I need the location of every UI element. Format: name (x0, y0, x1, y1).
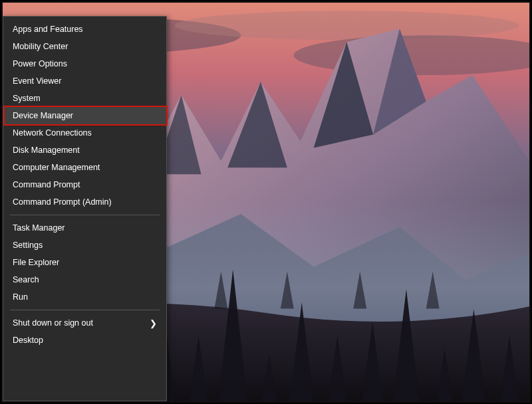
menu-item-label: Mobility Center (13, 42, 157, 51)
menu-item-apps-and-features[interactable]: Apps and Features (3, 21, 166, 38)
menu-item-command-prompt-admin[interactable]: Command Prompt (Admin) (3, 193, 166, 211)
chevron-right-icon: ❯ (150, 318, 157, 328)
menu-group: Task ManagerSettingsFile ExplorerSearchR… (3, 215, 166, 310)
winx-context-menu: Apps and FeaturesMobility CenterPower Op… (3, 16, 167, 401)
menu-group: Shut down or sign out❯Desktop (3, 310, 166, 353)
menu-item-power-options[interactable]: Power Options (3, 55, 166, 72)
menu-item-file-explorer[interactable]: File Explorer (3, 254, 166, 271)
menu-item-label: Run (13, 292, 157, 302)
menu-item-desktop[interactable]: Desktop (3, 332, 166, 349)
menu-item-system[interactable]: System (3, 90, 166, 107)
menu-item-label: Command Prompt (13, 180, 157, 189)
menu-item-event-viewer[interactable]: Event Viewer (3, 72, 166, 90)
svg-point-2 (175, 11, 519, 40)
menu-item-label: Apps and Features (13, 25, 157, 34)
menu-item-mobility-center[interactable]: Mobility Center (3, 38, 166, 55)
menu-item-computer-management[interactable]: Computer Management (3, 159, 166, 176)
menu-item-command-prompt[interactable]: Command Prompt (3, 176, 166, 193)
menu-item-label: Command Prompt (Admin) (13, 197, 157, 207)
menu-item-label: Power Options (13, 59, 157, 68)
menu-item-shut-down-or-sign-out[interactable]: Shut down or sign out❯ (3, 314, 166, 332)
menu-item-disk-management[interactable]: Disk Management (3, 142, 166, 159)
menu-item-label: Event Viewer (13, 76, 157, 86)
menu-item-label: Shut down or sign out (13, 318, 150, 328)
menu-item-label: Search (13, 275, 157, 284)
menu-item-label: Computer Management (13, 163, 157, 172)
menu-item-label: System (13, 94, 157, 103)
menu-group: Apps and FeaturesMobility CenterPower Op… (3, 17, 166, 215)
menu-item-label: Device Manager (13, 111, 157, 120)
menu-item-label: Settings (13, 241, 157, 250)
menu-item-network-connections[interactable]: Network Connections (3, 124, 166, 142)
menu-item-label: Disk Management (13, 146, 157, 155)
menu-item-task-manager[interactable]: Task Manager (3, 219, 166, 237)
menu-item-search[interactable]: Search (3, 271, 166, 288)
menu-item-device-manager[interactable]: Device Manager (3, 107, 166, 124)
menu-item-label: File Explorer (13, 258, 157, 267)
menu-item-label: Task Manager (13, 223, 157, 233)
menu-item-label: Desktop (13, 336, 157, 345)
menu-item-label: Network Connections (13, 128, 157, 138)
screenshot-frame: Apps and FeaturesMobility CenterPower Op… (0, 0, 532, 404)
menu-item-settings[interactable]: Settings (3, 237, 166, 254)
menu-item-run[interactable]: Run (3, 288, 166, 306)
